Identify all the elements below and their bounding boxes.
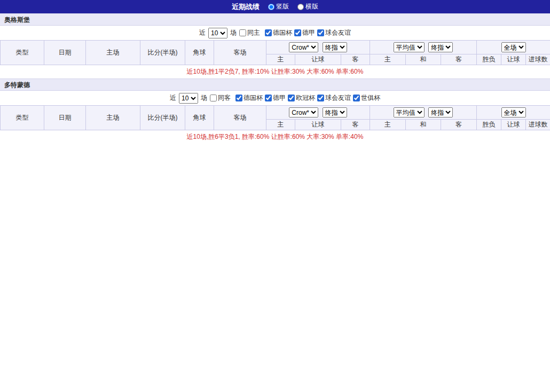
col-header-away: 客场 bbox=[214, 41, 266, 65]
recent-label: 近 bbox=[199, 28, 206, 37]
col-header-away: 客场 bbox=[214, 106, 266, 130]
asian-odds-group-header: Crow* 终指 bbox=[266, 106, 370, 120]
view-option-vertical[interactable]: 竖版 bbox=[268, 2, 289, 11]
same-venue-filter[interactable]: 同客 bbox=[210, 93, 231, 103]
competition-label: 德国杯 bbox=[273, 28, 292, 37]
col-header-score: 比分(半场) bbox=[140, 106, 185, 130]
filter-bar: 近 10 场 同客 德国杯德甲欧冠杯球会友谊世俱杯 bbox=[0, 91, 550, 105]
competition-checkbox[interactable] bbox=[353, 95, 360, 101]
competition-filter[interactable]: 世俱杯 bbox=[353, 93, 380, 103]
subcol-result-outcome: 胜负 bbox=[477, 54, 501, 65]
subcol-euro-home: 主 bbox=[370, 120, 406, 130]
odds-stage-select[interactable]: 终指 bbox=[323, 42, 347, 52]
subcol-asian-line: 让球 bbox=[295, 54, 341, 65]
matches-label: 场 bbox=[230, 28, 237, 37]
result-group-header: 全场 bbox=[477, 41, 550, 54]
result-scope-select[interactable]: 全场 bbox=[501, 107, 526, 117]
col-header-home: 主场 bbox=[86, 41, 140, 65]
asian-odds-group-header: Crow* 终指 bbox=[266, 41, 370, 54]
competition-checkbox[interactable] bbox=[288, 95, 295, 101]
competition-checkbox[interactable] bbox=[265, 29, 272, 36]
results-table: 类型 日期 主场 比分(半场) 角球 客场 Crow* 终指 平均值 终指 全场 bbox=[0, 105, 550, 130]
horizontal-view-label: 横版 bbox=[305, 2, 318, 11]
competition-filter[interactable]: 德甲 bbox=[294, 28, 315, 37]
col-header-date: 日期 bbox=[44, 106, 86, 130]
competition-label: 德甲 bbox=[302, 28, 315, 37]
competition-label: 德甲 bbox=[273, 93, 286, 103]
page-title: 近期战绩 bbox=[232, 2, 260, 12]
vertical-view-radio[interactable] bbox=[268, 4, 274, 10]
section-augsburg: 奥格斯堡 近 10 场 同主 德国杯德甲球会友谊 类型 日期 主场 比分(半场)… bbox=[0, 13, 550, 79]
recent-label: 近 bbox=[170, 93, 176, 103]
odds-stage-select[interactable]: 终指 bbox=[323, 107, 347, 117]
competition-filter[interactable]: 德国杯 bbox=[235, 93, 263, 103]
subcol-result-handicap: 让球 bbox=[501, 120, 526, 130]
competition-label: 球会友谊 bbox=[325, 93, 351, 103]
vertical-view-label: 竖版 bbox=[276, 2, 289, 11]
euro-source-select[interactable]: 平均值 bbox=[394, 107, 425, 117]
competition-filter[interactable]: 德国杯 bbox=[265, 28, 292, 37]
competition-filter[interactable]: 球会友谊 bbox=[317, 93, 351, 103]
matches-label: 场 bbox=[201, 93, 207, 103]
subcol-asian-away: 客 bbox=[341, 54, 370, 65]
competition-checkbox[interactable] bbox=[317, 95, 324, 101]
competition-checkbox[interactable] bbox=[317, 29, 324, 36]
subcol-asian-line: 让球 bbox=[295, 120, 341, 130]
subcol-asian-home: 主 bbox=[266, 54, 295, 65]
euro-stage-select[interactable]: 终指 bbox=[428, 107, 453, 117]
competition-filter[interactable]: 欧冠杯 bbox=[288, 93, 315, 103]
match-count-select[interactable]: 10 bbox=[208, 28, 227, 38]
subcol-euro-away: 客 bbox=[441, 120, 477, 130]
summary-line: 近10场,胜6平3负1, 胜率:60% 让胜率:60% 大率:30% 单率:40… bbox=[0, 130, 550, 144]
subcol-result-outcome: 胜负 bbox=[477, 120, 501, 130]
subcol-euro-draw: 和 bbox=[406, 120, 441, 130]
competition-label: 德国杯 bbox=[243, 93, 263, 103]
topbar: 近期战绩 竖版 横版 bbox=[0, 0, 550, 13]
odds-company-select[interactable]: Crow* bbox=[289, 107, 318, 117]
competition-checkbox[interactable] bbox=[265, 95, 272, 101]
match-count-select[interactable]: 10 bbox=[179, 93, 198, 104]
competition-label: 球会友谊 bbox=[325, 28, 351, 37]
same-venue-filter[interactable]: 同主 bbox=[239, 28, 260, 37]
col-header-type: 类型 bbox=[1, 106, 44, 130]
same-venue-checkbox[interactable] bbox=[239, 29, 246, 36]
horizontal-view-radio[interactable] bbox=[297, 4, 304, 10]
team-name-header: 多特蒙德 bbox=[0, 79, 550, 91]
competition-filter[interactable]: 德甲 bbox=[265, 93, 286, 103]
competition-checkbox[interactable] bbox=[294, 29, 301, 36]
euro-stage-select[interactable]: 终指 bbox=[428, 42, 453, 52]
result-scope-select[interactable]: 全场 bbox=[501, 42, 526, 52]
subcol-result-goals: 进球数 bbox=[526, 120, 550, 130]
result-group-header: 全场 bbox=[477, 106, 550, 120]
col-header-corners: 角球 bbox=[185, 41, 214, 65]
filter-bar: 近 10 场 同主 德国杯德甲球会友谊 bbox=[0, 26, 550, 40]
competition-label: 欧冠杯 bbox=[296, 93, 315, 103]
subcol-result-handicap: 让球 bbox=[501, 54, 526, 65]
section-dortmund: 多特蒙德 近 10 场 同客 德国杯德甲欧冠杯球会友谊世俱杯 类型 日期 主场 … bbox=[0, 79, 550, 144]
euro-odds-group-header: 平均值 终指 bbox=[370, 41, 477, 54]
col-header-date: 日期 bbox=[44, 41, 86, 65]
col-header-score: 比分(半场) bbox=[140, 41, 185, 65]
competition-filters: 德国杯德甲欧冠杯球会友谊世俱杯 bbox=[233, 93, 380, 103]
subcol-euro-home: 主 bbox=[370, 54, 406, 65]
team-name-header: 奥格斯堡 bbox=[0, 13, 550, 26]
subcol-asian-away: 客 bbox=[341, 120, 370, 130]
competition-checkbox[interactable] bbox=[235, 95, 242, 101]
subcol-asian-home: 主 bbox=[266, 120, 295, 130]
euro-odds-group-header: 平均值 终指 bbox=[370, 106, 477, 120]
odds-company-select[interactable]: Crow* bbox=[289, 42, 318, 52]
results-table: 类型 日期 主场 比分(半场) 角球 客场 Crow* 终指 平均值 终指 全场 bbox=[0, 40, 550, 65]
subcol-euro-draw: 和 bbox=[406, 54, 441, 65]
competition-filters: 德国杯德甲球会友谊 bbox=[263, 28, 351, 37]
same-venue-checkbox[interactable] bbox=[210, 95, 217, 101]
summary-line: 近10场,胜1平2负7, 胜率:10% 让胜率:30% 大率:60% 单率:60… bbox=[0, 65, 550, 79]
col-header-home: 主场 bbox=[86, 106, 140, 130]
col-header-corners: 角球 bbox=[185, 106, 214, 130]
competition-filter[interactable]: 球会友谊 bbox=[317, 28, 351, 37]
col-header-type: 类型 bbox=[1, 41, 44, 65]
competition-label: 世俱杯 bbox=[361, 93, 380, 103]
euro-source-select[interactable]: 平均值 bbox=[394, 42, 425, 52]
same-venue-label: 同客 bbox=[218, 93, 231, 103]
view-option-horizontal[interactable]: 横版 bbox=[297, 2, 318, 11]
same-venue-label: 同主 bbox=[247, 28, 260, 37]
